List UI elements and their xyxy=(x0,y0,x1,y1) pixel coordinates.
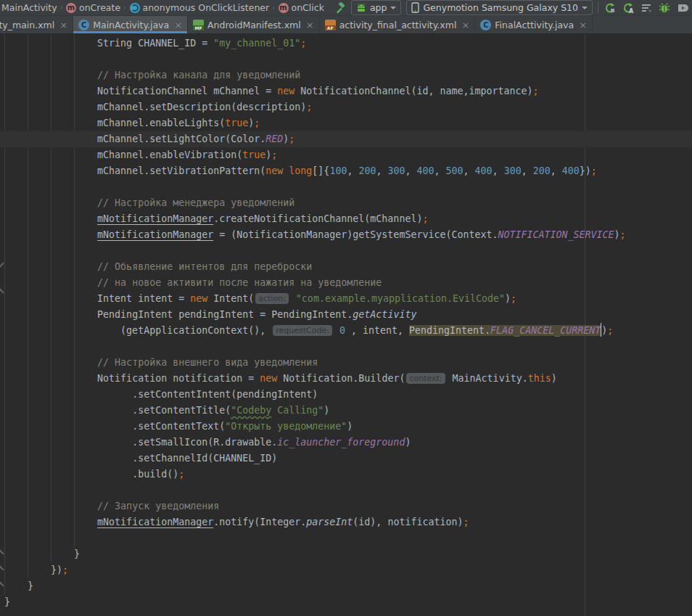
code-token: mChannel.setLightColor(Color. xyxy=(97,134,265,144)
apply-changes-restart-button[interactable] xyxy=(604,1,617,15)
anonymous-class-icon xyxy=(130,3,140,13)
tab-finalacttivity-java[interactable]: CFinalActtivity.java× xyxy=(475,16,593,33)
code-line[interactable] xyxy=(0,530,692,546)
code-line[interactable] xyxy=(0,482,692,498)
code-token: .setContentText( xyxy=(132,421,225,432)
code-token: ; xyxy=(591,165,597,176)
code-token: 400 xyxy=(475,165,493,176)
code-line[interactable] xyxy=(0,179,692,195)
code-line[interactable]: }); xyxy=(0,562,692,578)
code-line[interactable] xyxy=(0,339,692,355)
tab-mainactivity-java[interactable]: CMainActivity.java× xyxy=(73,16,188,33)
code-token: true xyxy=(242,149,265,160)
code-token: , xyxy=(464,165,475,176)
close-icon[interactable]: × xyxy=(579,20,587,30)
breadcrumb-item-onclick[interactable]: monClick xyxy=(279,2,324,13)
code-token: ; xyxy=(620,229,626,240)
code-line[interactable]: mChannel.setDescription(description); xyxy=(0,99,692,115)
build-project-button[interactable] xyxy=(333,1,346,15)
code-token: // Настройка менеджера уведомлений xyxy=(97,197,294,208)
code-token: ; xyxy=(254,118,260,128)
code-line[interactable]: mChannel.enableLights(true); xyxy=(0,115,692,131)
tab-label: MainActivity.java xyxy=(93,20,169,30)
close-icon[interactable]: × xyxy=(306,20,314,30)
tab-activity-main-xml[interactable]: ity_main.xml× xyxy=(0,16,73,33)
code-line[interactable]: .setSmallIcon(R.drawable.ic_launcher_for… xyxy=(0,435,692,451)
code-token: "my_channel_01" xyxy=(213,38,300,49)
code-editor[interactable]: String CHANNEL_ID = "my_channel_01"; // … xyxy=(0,34,692,616)
breadcrumb-label: onCreate xyxy=(79,2,120,13)
code-token: PendingIntent pendingIntent = PendingInt… xyxy=(97,309,353,320)
code-token: .notify(Integer. xyxy=(213,517,306,527)
code-line[interactable]: } xyxy=(0,594,692,610)
device-select[interactable]: Genymotion Samsung Galaxy S10 xyxy=(406,0,593,15)
code-line[interactable]: // Обьявление интентов для переброски xyxy=(0,259,692,275)
code-token: ) xyxy=(505,293,511,304)
code-line[interactable]: .build(); xyxy=(0,467,692,482)
code-line[interactable]: String CHANNEL_ID = "my_channel_01"; xyxy=(0,36,692,52)
code-line[interactable]: // на новое активити после нажатия на ув… xyxy=(0,275,692,291)
debug-button[interactable] xyxy=(658,1,671,15)
code-token: ; xyxy=(178,469,184,480)
apply-code-changes-button[interactable]: A xyxy=(622,1,635,15)
code-line[interactable]: .setContentTitle("Codeby Calling") xyxy=(0,403,692,419)
code-line[interactable]: Intent intent = new Intent(action: "com.… xyxy=(0,291,692,307)
code-line[interactable]: .setChannelId(CHANNEL_ID) xyxy=(0,451,692,467)
code-line[interactable]: } xyxy=(0,578,692,594)
code-line[interactable]: mNotificationManager = (NotificationMana… xyxy=(0,227,692,243)
code-token: (getApplicationContext(), xyxy=(120,325,271,336)
breadcrumb-item-mainactivity[interactable]: MainActivity xyxy=(1,2,57,13)
tab-activity-final-acttivity-xml[interactable]: AFactivity_final_acttivity.xml× xyxy=(320,16,476,33)
breadcrumb-separator: › xyxy=(123,3,126,12)
code-line[interactable] xyxy=(0,243,692,259)
code-token xyxy=(290,293,296,304)
code-token: getActivity xyxy=(353,309,416,320)
code-line[interactable]: (getApplicationContext(), requestCode: 0… xyxy=(0,323,692,339)
close-icon[interactable]: × xyxy=(59,20,67,30)
code-line[interactable]: Notification notification = new Notifica… xyxy=(0,371,692,387)
code-line[interactable]: } xyxy=(0,546,692,562)
tab-androidmanifest-xml[interactable]: MFAndroidManifest.xml× xyxy=(188,16,320,33)
code-line[interactable]: NotificationChannel mChannel = new Notif… xyxy=(0,83,692,99)
parameter-hint: requestCode: xyxy=(273,325,332,336)
chevron-down-icon xyxy=(582,7,588,9)
code-token: mNotificationManager xyxy=(97,517,213,527)
code-line[interactable]: // Запуск уведомления xyxy=(0,498,692,514)
tab-label: activity_final_acttivity.xml xyxy=(339,20,457,30)
code-line[interactable]: .setContentIntent(pendingIntent) xyxy=(0,387,692,403)
code-line[interactable]: // Настройка менеджера уведомлений xyxy=(0,195,692,211)
code-token: , xyxy=(405,165,417,176)
profile-app-button[interactable] xyxy=(676,1,689,15)
breadcrumb-item-anonymous-onclicklistener[interactable]: anonymous OnClickListener xyxy=(130,2,270,13)
code-line[interactable]: // Настройка канала для уведомлений xyxy=(0,67,692,83)
code-line[interactable]: .setContentText("Открыть уведомление") xyxy=(0,419,692,435)
code-token: ; xyxy=(289,134,294,144)
tab-label: AndroidManifest.xml xyxy=(207,20,301,30)
run-tasks-list-button[interactable] xyxy=(640,1,653,15)
toolbar-separator xyxy=(598,2,598,13)
code-token: .setSmallIcon(R.drawable. xyxy=(132,437,277,448)
code-token: PendingIntent. xyxy=(409,325,490,336)
code-line[interactable]: // Настройка внешнего вида уведомления xyxy=(0,355,692,371)
code-token: true xyxy=(225,118,248,128)
code-token: , intent, xyxy=(345,325,409,336)
list-icon xyxy=(640,2,652,14)
breadcrumb-item-oncreate[interactable]: monCreate xyxy=(66,2,120,13)
close-icon[interactable]: × xyxy=(174,20,182,30)
run-configuration-select[interactable]: app xyxy=(351,0,402,15)
code-token: FLAG_CANCEL_CURRENT xyxy=(490,325,601,336)
code-line[interactable]: mChannel.setVibrationPattern(new long[]{… xyxy=(0,163,692,179)
run-configuration-label: app xyxy=(370,2,387,13)
code-token: new xyxy=(265,165,283,176)
manifest-file-icon: MF xyxy=(193,20,204,30)
code-line[interactable]: mNotificationManager.createNotificationC… xyxy=(0,211,692,227)
code-line[interactable]: mChannel.setLightColor(Color.RED); xyxy=(0,131,692,147)
code-line[interactable] xyxy=(0,52,692,67)
code-line[interactable]: PendingIntent pendingIntent = PendingInt… xyxy=(0,307,692,323)
code-line[interactable]: mNotificationManager.notify(Integer.pars… xyxy=(0,514,692,530)
close-icon[interactable]: × xyxy=(461,20,469,30)
code-line[interactable]: mChannel.enableVibration(true); xyxy=(0,147,692,163)
code-token: 300 xyxy=(387,165,405,176)
code-token: ; xyxy=(306,102,312,112)
code-token: ) xyxy=(347,421,353,432)
